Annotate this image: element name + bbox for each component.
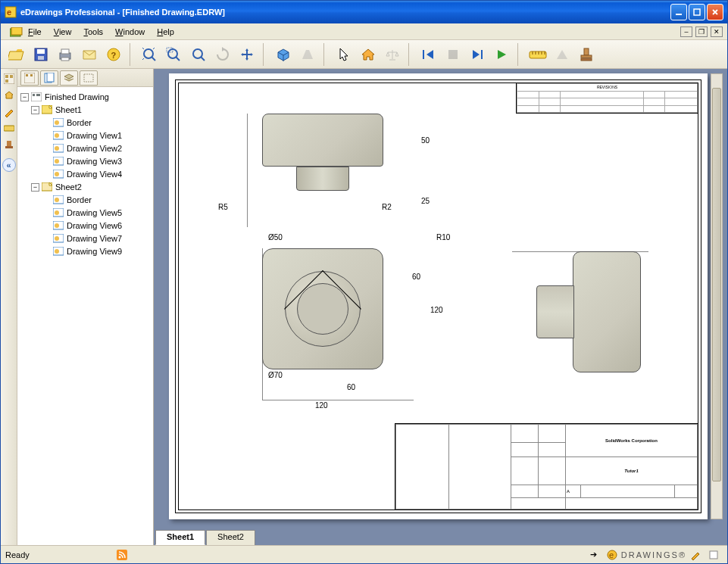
status-bar: Ready ➔ e DRAWINGS®: [1, 545, 727, 563]
stamp-icon[interactable]: [2, 139, 16, 152]
collapse-toggle[interactable]: «: [2, 158, 16, 172]
title-block: SolidWorks Corporation Tutor1 A: [395, 423, 698, 509]
home-button[interactable]: [357, 43, 380, 66]
tree-sheet1-item[interactable]: Drawing View3: [19, 155, 152, 167]
vertical-toolbar: «: [1, 69, 17, 545]
pencil-icon[interactable]: [689, 549, 701, 561]
tree-item-label: Drawing View7: [67, 234, 122, 243]
svg-rect-23: [581, 55, 592, 58]
next-button[interactable]: [466, 43, 489, 66]
tree-sheet1-item[interactable]: Drawing View4: [19, 168, 152, 180]
svg-rect-24: [581, 58, 592, 61]
pan-button[interactable]: [236, 43, 258, 66]
svg-point-60: [55, 236, 59, 241]
zoom-area-button[interactable]: [163, 43, 186, 66]
tree-sheet2[interactable]: − Sheet2: [19, 181, 152, 193]
send-button[interactable]: [78, 43, 101, 66]
tree-sheet2-item[interactable]: Drawing View7: [19, 232, 152, 245]
vertical-scrollbar[interactable]: [711, 73, 723, 519]
print-button[interactable]: [54, 43, 77, 66]
perspective-button[interactable]: [296, 43, 319, 66]
home-icon[interactable]: [2, 89, 16, 102]
tree-item-label: Border: [67, 118, 92, 127]
rotate-button[interactable]: [211, 43, 234, 66]
components-tab-icon[interactable]: [2, 72, 16, 86]
measure-button[interactable]: [526, 43, 549, 66]
tree-tab-components[interactable]: [20, 70, 39, 86]
svg-rect-30: [7, 141, 11, 146]
menu-tools[interactable]: Tools: [77, 26, 109, 38]
tree-item-label: Drawing View6: [67, 221, 122, 230]
note-icon[interactable]: [708, 549, 720, 561]
view-icon: [52, 207, 64, 218]
drawing-viewport[interactable]: REVISIONS 50 25: [154, 69, 727, 545]
stamp-button[interactable]: [575, 43, 598, 66]
balance-icon[interactable]: [381, 43, 404, 66]
maximize-button[interactable]: [689, 4, 705, 20]
stop-button[interactable]: [442, 43, 464, 66]
measure-icon[interactable]: [2, 122, 16, 136]
zoom-button[interactable]: [187, 43, 210, 66]
svg-point-47: [55, 146, 59, 151]
menu-view[interactable]: View: [48, 26, 78, 38]
tree-tab-markups[interactable]: [80, 70, 98, 86]
drawing-icon: [30, 92, 42, 102]
select-button[interactable]: [333, 43, 355, 66]
tree-sheet1-item[interactable]: Drawing View1: [19, 129, 152, 142]
zoom-fit-button[interactable]: [139, 43, 161, 66]
tree-sheet2-item[interactable]: Border: [19, 194, 152, 206]
svg-rect-22: [584, 48, 589, 55]
close-button[interactable]: [707, 4, 723, 20]
edrawings-logo-icon: e: [606, 549, 618, 561]
help-button[interactable]: ?: [102, 43, 125, 66]
view-icon: [52, 117, 64, 128]
mdi-close-button[interactable]: ✕: [711, 26, 723, 37]
tree-sheet2-item[interactable]: Drawing View9: [19, 245, 152, 257]
revision-block: REVISIONS: [516, 83, 698, 114]
menu-file[interactable]: FFileile: [22, 26, 48, 38]
tree-item-label: Drawing View9: [67, 247, 122, 256]
markup-pencil-icon[interactable]: [2, 105, 16, 119]
menu-window[interactable]: Window: [109, 26, 151, 38]
tree-tab-sheets[interactable]: [40, 70, 58, 86]
tree-sheet1[interactable]: − Sheet1: [19, 104, 152, 116]
first-button[interactable]: [417, 43, 440, 66]
svg-rect-40: [36, 94, 40, 96]
svg-text:e: e: [609, 550, 614, 559]
dim-dia70: Ø70: [268, 371, 283, 379]
dim-25: 25: [421, 197, 430, 205]
svg-rect-33: [26, 74, 28, 76]
minus-icon[interactable]: −: [31, 183, 39, 192]
svg-point-64: [118, 556, 120, 558]
rss-icon[interactable]: [116, 549, 128, 561]
minimize-button[interactable]: [670, 4, 687, 20]
shaded-button[interactable]: [272, 43, 295, 66]
drawing-sheet: REVISIONS 50 25: [169, 73, 708, 519]
dim-60a: 60: [347, 383, 355, 391]
save-button[interactable]: [30, 43, 52, 66]
minus-icon[interactable]: −: [31, 106, 39, 114]
menu-help[interactable]: Help: [151, 26, 180, 38]
view-icon: [52, 195, 64, 205]
tree-sheet1-item[interactable]: Border: [19, 117, 152, 129]
dim-dia50: Ø50: [268, 233, 283, 241]
svg-text:?: ?: [111, 51, 117, 60]
tree-sheet2-item[interactable]: Drawing View6: [19, 220, 152, 232]
mdi-restore-button[interactable]: ❐: [695, 26, 708, 37]
mdi-app-icon: [4, 26, 17, 38]
tree-tab-layers[interactable]: [60, 70, 78, 86]
tree-sheet1-item[interactable]: Drawing View2: [19, 142, 152, 154]
svg-rect-26: [5, 75, 8, 78]
tree-item-label: Border: [67, 195, 92, 204]
play-button[interactable]: [490, 43, 513, 66]
dim-50: 50: [421, 136, 430, 145]
section-icon[interactable]: [551, 43, 573, 66]
mdi-minimize-button[interactable]: –: [680, 26, 692, 37]
sheet-tab-2[interactable]: Sheet2: [206, 530, 255, 545]
minus-icon[interactable]: −: [20, 93, 29, 101]
svg-rect-34: [30, 74, 33, 76]
tree-sheet2-item[interactable]: Drawing View5: [19, 207, 152, 219]
sheet-tab-1[interactable]: Sheet1: [155, 530, 205, 545]
open-button[interactable]: [5, 43, 28, 66]
tree-root[interactable]: − Finished Drawing: [19, 91, 152, 103]
